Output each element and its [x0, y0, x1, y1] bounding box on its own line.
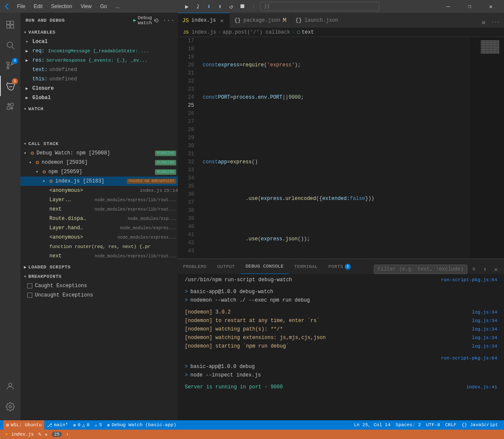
- frame-layer-handle-1[interactable]: Layer.handle node_modules/express/lib/ro…: [20, 195, 178, 205]
- activity-extensions[interactable]: [0, 96, 20, 117]
- menu-go[interactable]: Go: [97, 3, 110, 10]
- status-language[interactable]: {} JavaScript: [459, 420, 501, 430]
- more-tabs-btn[interactable]: ···: [490, 17, 501, 28]
- console-link-6[interactable]: log.js:34: [472, 334, 497, 342]
- menu-more[interactable]: ...: [112, 3, 123, 10]
- menu-selection[interactable]: Selection: [48, 3, 75, 10]
- status-spaces[interactable]: Spaces: 2: [393, 420, 423, 430]
- menu-file[interactable]: File: [14, 3, 29, 10]
- close-btn[interactable]: ✕: [481, 0, 501, 13]
- status-encoding[interactable]: UTF-8: [424, 420, 443, 430]
- tab-index-js[interactable]: JS index.js ✕: [178, 13, 230, 28]
- activity-settings[interactable]: [0, 396, 20, 417]
- panel-tab-ports[interactable]: PORTS 5: [324, 259, 357, 274]
- tab-actions: ⊞ ···: [475, 17, 504, 28]
- watch-section-header[interactable]: ▾ WATCH: [20, 104, 178, 114]
- activity-debug[interactable]: 1: [0, 76, 20, 96]
- loaded-scripts-section-header[interactable]: ▶ LOADED SCRIPTS: [20, 262, 178, 272]
- frame-anonymous-2[interactable]: <anonymous> node_modules/express...: [20, 233, 178, 242]
- status-cursor[interactable]: Ln 25, Col 14: [352, 420, 393, 430]
- minimize-btn[interactable]: —: [438, 0, 458, 13]
- var-this[interactable]: ▶ this: undefined: [20, 74, 178, 84]
- stop-btn[interactable]: ⏹: [238, 2, 247, 11]
- frame-layer-handle-2[interactable]: Layer.handle node_modules/expres...: [20, 223, 178, 233]
- launch-config-dropdown[interactable]: ▶ Debug Watch ▾: [140, 16, 149, 25]
- continue-btn[interactable]: ▶: [182, 2, 192, 11]
- bp-uncaught-exceptions[interactable]: Uncaught Exceptions: [20, 291, 178, 300]
- activity-accounts[interactable]: [0, 376, 20, 396]
- variables-local-header[interactable]: ▾ Local: [20, 37, 178, 46]
- menu-view[interactable]: View: [77, 3, 95, 10]
- clear-console-btn[interactable]: ✕: [491, 265, 501, 274]
- breadcrumb-var[interactable]: ⬡ text: [297, 29, 314, 35]
- code-scroll[interactable]: 17181920 21222324 252627 28293031 323334…: [178, 37, 504, 259]
- panel-tab-terminal[interactable]: TERMINAL: [289, 259, 323, 274]
- callstack-arrow: ▾: [24, 141, 27, 146]
- variables-section-header[interactable]: ▾ VARIABLES: [20, 28, 178, 37]
- settings-icon[interactable]: ⚙: [152, 16, 161, 25]
- var-text[interactable]: ▶ text: undefined: [20, 65, 178, 74]
- thread-debug-watch[interactable]: ▾ ⚙ Debug Watch: npm [25008] RUNNING: [20, 148, 178, 158]
- frame-line-0: 25:14: [164, 188, 178, 193]
- panel-tab-debug-console[interactable]: DEBUG CONSOLE: [241, 259, 289, 274]
- breadcrumb-sep-2: ›: [292, 29, 295, 35]
- panel-tab-output[interactable]: OUTPUT: [212, 259, 240, 274]
- maximize-btn[interactable]: ❐: [460, 0, 479, 13]
- split-editor-btn[interactable]: ⊞: [478, 17, 489, 28]
- thread-npm[interactable]: ▾ ⚙ npm [25059] RUNNING: [20, 167, 178, 177]
- more-actions-icon[interactable]: ···: [164, 16, 173, 25]
- caught-checkbox[interactable]: [27, 283, 32, 288]
- console-link-3[interactable]: log.js:34: [472, 308, 497, 316]
- scroll-to-top-btn[interactable]: ⬆: [480, 265, 490, 274]
- tab-package-json[interactable]: {} package.json M: [230, 13, 291, 28]
- breadcrumb-file[interactable]: index.js: [192, 29, 216, 35]
- tab-launch-json[interactable]: {} launch.json: [291, 13, 343, 28]
- ports-icon: ⚠: [94, 422, 97, 428]
- status-remote[interactable]: ⚙ WSL: Ubuntu: [3, 420, 44, 430]
- console-link-7[interactable]: log.js:34: [472, 342, 497, 351]
- menu-bar: File Edit Selection View Go ...: [14, 3, 123, 10]
- address-bar: j]: [260, 2, 379, 11]
- filter-input[interactable]: [374, 265, 467, 274]
- console-link-5[interactable]: log.js:34: [472, 325, 497, 334]
- step-over-btn[interactable]: ⤸: [193, 2, 203, 11]
- code-editor[interactable]: 17181920 21222324 252627 28293031 323334…: [178, 37, 504, 259]
- status-eol[interactable]: CRLF: [443, 420, 459, 430]
- uncaught-checkbox[interactable]: [27, 293, 32, 298]
- var-req[interactable]: ▶ req: IncomingMessage {_readableState: …: [20, 46, 178, 56]
- console-link-0[interactable]: run-script-pkg.js:64: [441, 276, 497, 284]
- frame-anonymous[interactable]: <anonymous> index.js 25:14: [20, 186, 178, 195]
- activity-search[interactable]: [0, 35, 20, 55]
- callstack-section-header[interactable]: ▾ CALL STACK: [20, 139, 178, 148]
- filter-toggle-btn[interactable]: ≡: [469, 265, 478, 274]
- breadcrumb-func[interactable]: app.post('/') callback: [223, 29, 290, 35]
- bp-caught-exceptions[interactable]: Caught Exceptions: [20, 281, 178, 291]
- status-branch[interactable]: ⎇ main*: [44, 420, 71, 430]
- console-link-4[interactable]: log.js:34: [472, 316, 497, 325]
- frame-next-1[interactable]: next node_modules/express/lib/rout...: [20, 205, 178, 214]
- console-link-pkgjs[interactable]: run-script-pkg.js:64: [441, 354, 497, 362]
- status-ports[interactable]: ⚠ 5: [92, 420, 104, 430]
- menu-edit[interactable]: Edit: [30, 3, 46, 10]
- var-res[interactable]: ▶ res: ServerResponse {_events: {…}, _ev…: [20, 56, 178, 65]
- thread-nodemon[interactable]: ▾ ⚙ nodemon [25036] RUNNING: [20, 158, 178, 167]
- svg-point-12: [9, 383, 11, 386]
- thread-indexjs[interactable]: ▾ ⚙ index.js [25183] PAUSED ON BREAKPOIN…: [20, 177, 178, 186]
- status-debug-session[interactable]: ⊕ Debug Watch (basic-app): [105, 420, 179, 430]
- panel-tab-problems[interactable]: PROBLEMS: [178, 259, 212, 274]
- breakpoints-section-header[interactable]: ▾ BREAKPOINTS: [20, 272, 178, 281]
- tab-close-0[interactable]: ✕: [218, 17, 225, 24]
- step-into-btn[interactable]: ⬇: [204, 2, 214, 11]
- frame-next-2[interactable]: next node_modules/express/lib/rout...: [20, 251, 178, 261]
- step-out-btn[interactable]: ⬆: [215, 2, 225, 11]
- closure-header[interactable]: ▶ Closure: [20, 84, 178, 93]
- activity-scm[interactable]: 4: [0, 55, 20, 76]
- frame-route-dispatch[interactable]: Route.dispatch node_modules/exp...: [20, 214, 178, 223]
- status-errors[interactable]: ⊗ 0 △ 0: [71, 420, 92, 430]
- global-header[interactable]: ▶ Global: [20, 93, 178, 103]
- activity-explorer[interactable]: [0, 14, 20, 35]
- frame-router[interactable]: function router(req, res, next) {.pr: [20, 242, 178, 251]
- restart-btn[interactable]: ↺: [226, 2, 236, 11]
- console-link-10[interactable]: index.js:41: [466, 383, 497, 391]
- debug-file[interactable]: ● index.js ✎ ✕ 25 ›: [3, 430, 71, 439]
